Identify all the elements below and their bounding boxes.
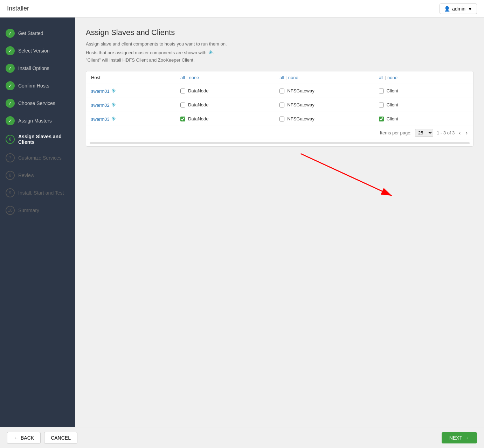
sidebar-item-confirm-hosts[interactable]: ✓ Confirm Hosts [0, 77, 75, 94]
client-cell-swarm02: Client [374, 98, 473, 112]
sidebar-label-summary: Summary [18, 208, 39, 213]
sidebar-item-assign-masters[interactable]: ✓ Assign Masters [0, 112, 75, 130]
host-link-swarm01[interactable]: swarm01 [91, 89, 110, 94]
nfsgw-none-link[interactable]: none [288, 75, 298, 80]
sidebar-item-install-options[interactable]: ✓ Install Options [0, 59, 75, 77]
sidebar-label-install-start: Install, Start and Test [18, 190, 64, 196]
separator-1: | [186, 75, 187, 80]
next-page-button[interactable]: › [465, 130, 468, 136]
host-link-swarm02[interactable]: swarm02 [91, 103, 110, 108]
step-circle-4: ✓ [6, 81, 15, 90]
sidebar-item-select-version[interactable]: ✓ Select Version [0, 42, 75, 59]
datanode-checkbox-swarm01[interactable] [180, 89, 185, 93]
back-icon: ← [14, 435, 19, 441]
back-button[interactable]: ← BACK [7, 432, 41, 444]
client-checkbox-swarm01[interactable] [379, 89, 384, 93]
per-page-select[interactable]: 25 50 100 [415, 129, 433, 137]
next-icon: → [464, 435, 469, 441]
sidebar: ✓ Get Started ✓ Select Version ✓ Install… [0, 18, 75, 427]
items-per-page-label: Items per page: [380, 130, 412, 135]
step-circle-10: 10 [6, 206, 15, 215]
next-label: NEXT [449, 435, 462, 441]
swarm01-master-icon: ✳ [111, 88, 116, 94]
nfsgw-label-swarm02: NFSGateway [287, 102, 314, 107]
app-header: Installer 👤 admin ▼ [0, 0, 484, 18]
sidebar-item-choose-services[interactable]: ✓ Choose Services [0, 94, 75, 112]
col-header-host: Host [86, 71, 175, 84]
datanode-cell-swarm02: DataNode [175, 98, 275, 112]
datanode-label-swarm03: DataNode [188, 116, 209, 121]
annotation-area [86, 147, 473, 203]
sidebar-item-install-start[interactable]: 9 Install, Start and Test [0, 184, 75, 202]
nfsgw-label-swarm03: NFSGateway [287, 116, 314, 121]
col-header-client: all | none [374, 71, 473, 84]
client-all-link[interactable]: all [379, 75, 383, 80]
client-checkbox-swarm02[interactable] [379, 103, 384, 107]
datanode-checkbox-swarm03[interactable] [180, 117, 185, 121]
sidebar-label-customize-services: Customize Services [18, 155, 62, 161]
host-link-swarm03[interactable]: swarm03 [91, 117, 110, 122]
nfsgw-all-link[interactable]: all [279, 75, 284, 80]
step-circle-8: 8 [6, 171, 15, 180]
sidebar-item-get-started[interactable]: ✓ Get Started [0, 24, 75, 42]
sidebar-label-select-version: Select Version [18, 48, 50, 54]
host-cell-swarm02: swarm02 ✳ [86, 98, 175, 112]
prev-page-button[interactable]: ‹ [458, 130, 461, 136]
nfsgw-checkbox-swarm01[interactable] [279, 89, 284, 93]
client-checkbox-swarm03[interactable] [379, 117, 384, 121]
client-label-swarm02: Client [387, 102, 398, 107]
nfsgw-cell-swarm02: NFSGateway [275, 98, 374, 112]
col-header-nfsgw: all | none [275, 71, 374, 84]
sidebar-label-choose-services: Choose Services [18, 100, 55, 106]
sidebar-item-review[interactable]: 8 Review [0, 167, 75, 184]
sidebar-item-customize-services[interactable]: 7 Customize Services [0, 149, 75, 167]
datanode-all-link[interactable]: all [180, 75, 185, 80]
step-circle-6: 6 [6, 135, 15, 144]
cancel-button[interactable]: CANCEL [44, 432, 77, 444]
step-circle-9: 9 [6, 188, 15, 197]
datanode-cell-swarm01: DataNode [175, 84, 275, 98]
nfsgw-checkbox-swarm02[interactable] [279, 103, 284, 107]
sidebar-label-assign-slaves: Assign Slaves and Clients [18, 134, 70, 145]
nfsgw-label-swarm01: NFSGateway [287, 88, 314, 93]
next-button[interactable]: NEXT → [442, 432, 477, 443]
desc-line-3: "Client" will install HDFS Client and Zo… [86, 57, 473, 64]
master-star-icon: ✳ [208, 49, 213, 55]
table-row: swarm02 ✳ DataNode NFSG [86, 98, 473, 112]
scroll-bar [86, 140, 473, 146]
col-header-datanode: all | none [175, 71, 275, 84]
page-range-label: 1 - 3 of 3 [437, 130, 455, 135]
dropdown-arrow-icon: ▼ [468, 6, 472, 12]
sidebar-label-confirm-hosts: Confirm Hosts [18, 83, 49, 89]
swarm02-master-icon: ✳ [111, 102, 116, 108]
user-label: admin [452, 6, 465, 12]
client-label-swarm01: Client [387, 88, 398, 93]
content-area: Assign Slaves and Clients Assign slave a… [75, 18, 484, 427]
sidebar-label-get-started: Get Started [18, 30, 43, 36]
sidebar-label-assign-masters: Assign Masters [18, 118, 52, 124]
datanode-checkbox-swarm02[interactable] [180, 103, 185, 107]
host-cell-swarm01: swarm01 ✳ [86, 84, 175, 98]
nfsgw-all-none: all | none [279, 75, 369, 80]
sidebar-item-assign-slaves[interactable]: 6 Assign Slaves and Clients [0, 130, 75, 149]
nfsgw-checkbox-swarm03[interactable] [279, 117, 284, 121]
svg-line-1 [301, 154, 392, 196]
scroll-track [90, 142, 470, 144]
desc-line-2: Hosts that are assigned master component… [86, 48, 473, 57]
sidebar-label-review: Review [18, 173, 34, 178]
page-title: Assign Slaves and Clients [86, 28, 473, 37]
step-circle-1: ✓ [6, 29, 15, 38]
nfsgw-cell-swarm03: NFSGateway [275, 112, 374, 126]
host-cell-swarm03: swarm03 ✳ [86, 112, 175, 126]
main-layout: ✓ Get Started ✓ Select Version ✓ Install… [0, 18, 484, 427]
nfsgw-cell-swarm01: NFSGateway [275, 84, 374, 98]
step-circle-3: ✓ [6, 64, 15, 73]
client-none-link[interactable]: none [387, 75, 397, 80]
footer-bar: ← BACK CANCEL NEXT → [0, 427, 484, 448]
pagination-row: Items per page: 25 50 100 1 - 3 of 3 ‹ › [86, 126, 473, 140]
datanode-none-link[interactable]: none [189, 75, 199, 80]
user-menu-button[interactable]: 👤 admin ▼ [440, 4, 477, 14]
datanode-all-none: all | none [180, 75, 270, 80]
app-title: Installer [7, 5, 29, 12]
sidebar-item-summary[interactable]: 10 Summary [0, 202, 75, 219]
